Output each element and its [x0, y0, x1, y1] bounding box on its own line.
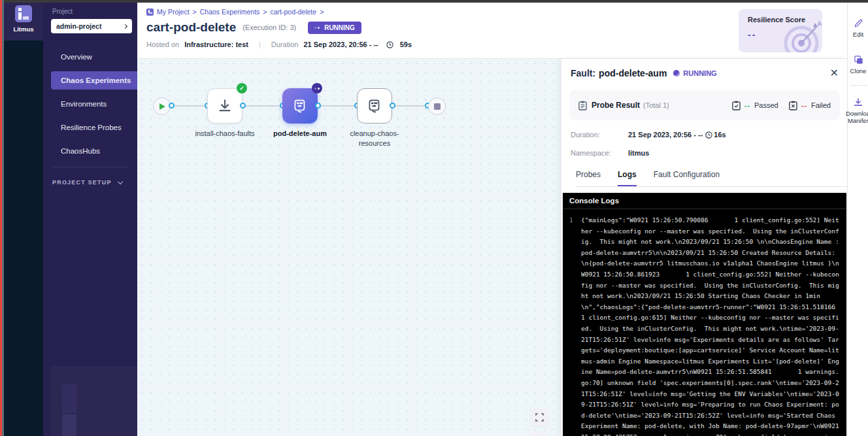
namespace-value: litmus	[628, 149, 649, 157]
fault-elapsed: 16s	[714, 131, 726, 139]
console-logs-panel[interactable]: Console Logs 1 {"mainLogs":"W0921 15:26:…	[563, 193, 846, 436]
console-log-line: fig nor --master was specified. Using th…	[581, 280, 841, 292]
close-icon[interactable]: ✕	[830, 68, 839, 78]
breadcrumb-my-project[interactable]: My Project	[157, 8, 190, 16]
node-label: cleanup-chaos-resources	[342, 129, 407, 148]
console-log-line: W0921 15:26:50.861923 1 client_config.go…	[581, 269, 841, 280]
download-icon	[853, 97, 863, 107]
rail-divider	[850, 85, 867, 86]
window-top-strip	[0, 0, 868, 3]
project-setup-toggle[interactable]: PROJECT SETUP	[52, 179, 137, 186]
canvas-control-button[interactable]	[531, 431, 548, 436]
duration-key: Duration:	[571, 131, 628, 139]
breadcrumb-cart-pod-delete[interactable]: cart-pod-delete	[271, 8, 317, 16]
sidebar: Project admin-project Overview Chaos Exp…	[43, 0, 137, 436]
running-spinner-icon	[312, 83, 322, 93]
chevron-down-icon	[117, 178, 122, 184]
console-log-line: go:70] unknown field 'spec.experiments[0…	[581, 378, 841, 389]
breadcrumb-separator: >	[320, 8, 324, 16]
breadcrumb-separator: >	[193, 8, 197, 16]
log-line-number: 1	[569, 215, 573, 226]
console-log-line: gets='deployment:boutique:[app=cartservi…	[581, 345, 841, 356]
sidebar-item-overview[interactable]: Overview	[43, 48, 137, 66]
fault-label: Fault:	[571, 68, 595, 78]
duration-label: Duration	[271, 41, 299, 48]
chaos-fault-icon	[366, 97, 383, 114]
sidebar-item-chaos-experiments[interactable]: Chaos Experiments	[51, 71, 137, 90]
breadcrumb-chaos-experiments[interactable]: Chaos Experiments	[200, 8, 260, 16]
resilience-score-card: Resilience Score --	[739, 9, 822, 52]
console-log-line: {"mainLogs":"W0921 15:26:50.790086 1 cli…	[581, 215, 841, 226]
sidebar-item-environments[interactable]: Environments	[43, 95, 137, 113]
fault-tabs: Probes Logs Fault Configuration	[576, 170, 848, 187]
fullscreen-icon	[535, 413, 544, 422]
duration-value: 21 Sep 2023, 20:56 - --	[303, 41, 378, 48]
tab-fault-configuration[interactable]: Fault Configuration	[654, 170, 720, 186]
copy-icon	[854, 55, 863, 65]
failed-count: --	[801, 101, 807, 109]
port	[169, 103, 175, 109]
start-node[interactable]	[153, 97, 171, 115]
project-label: Project	[52, 8, 137, 15]
stop-icon	[434, 103, 441, 110]
litmus-logo-icon	[15, 5, 32, 22]
edit-button[interactable]: Edit	[848, 18, 868, 38]
fullscreen-button[interactable]	[531, 409, 548, 426]
project-name: admin-project	[56, 22, 101, 30]
clipboard-icon	[578, 101, 587, 110]
hosted-on-label: Hosted on	[146, 41, 179, 48]
success-check-icon: ✓	[237, 83, 247, 93]
port	[315, 103, 321, 109]
clipboard-check-icon	[732, 101, 741, 110]
execution-id: (Execution ID: 3)	[242, 24, 296, 31]
sidebar-item-chaoshubs[interactable]: ChaosHubs	[43, 142, 137, 160]
clone-label: Clone	[848, 67, 868, 75]
logo-rail: Litmus	[4, 0, 43, 436]
tab-probes[interactable]: Probes	[576, 170, 601, 186]
node-pod-delete-aum[interactable]	[282, 88, 318, 124]
console-log-line: \n","chaosLogs":{"pod-delete-aumvtrr5-ru…	[581, 302, 841, 313]
sidebar-item-resilience-probes[interactable]: Resilience Probes	[43, 118, 137, 137]
page-header: My Project > Chaos Experiments > cart-po…	[137, 3, 868, 59]
console-log-line: ine Name=pod-delete-aumvtrr5\nW0921 15:2…	[581, 367, 841, 378]
play-icon	[159, 103, 165, 110]
litmus-logo[interactable]: Litmus	[4, 0, 43, 41]
node-install-chaos-faults[interactable]	[207, 88, 242, 124]
node-cleanup-chaos-resources[interactable]	[357, 88, 392, 124]
console-log-line: ig. This might not work.\n2023/09/21 15:…	[581, 237, 841, 248]
console-log-line: her --kubeconfig nor --master was specif…	[581, 226, 841, 237]
console-log-line: 21T15:26:51Z' level=info msg='Experiment…	[581, 335, 841, 346]
breadcrumb-separator: >	[263, 8, 267, 16]
infrastructure-value: Infrastructure: test	[184, 41, 248, 48]
port	[240, 103, 246, 109]
fault-details-drawer: Fault: pod-delete-aum RUNNING ✕ Probe Re…	[561, 59, 848, 436]
console-log-line: ht not work.\n2023/09/21 15:26:50 Starti…	[581, 291, 841, 302]
fault-name: pod-delete-aum	[599, 68, 667, 78]
chevron-right-icon	[123, 24, 127, 28]
console-log-line: 1T15:26:51Z' level=info msg='Getting the…	[581, 389, 841, 400]
node-label: install-chaos-faults	[192, 129, 258, 139]
passed-count: --	[744, 101, 750, 109]
console-log-line: pod-delete-aumvtrr5\n\n2023/09/21 15:26:…	[581, 248, 841, 259]
console-log-line: mus-admin Engine Namespace=litmus Experi…	[581, 356, 841, 367]
clone-button[interactable]: Clone	[848, 55, 868, 75]
fault-duration-value: 21 Sep 2023, 20:56 - --	[628, 131, 703, 139]
port	[390, 103, 395, 109]
passed-label: Passed	[754, 101, 778, 109]
download-manifest-label: Download Manifest	[843, 110, 868, 124]
console-logs-title: Console Logs	[563, 193, 846, 209]
clipboard-x-icon	[789, 101, 797, 110]
tab-logs[interactable]: Logs	[618, 170, 637, 186]
sidebar-decoration	[62, 384, 76, 413]
download-manifest-button[interactable]: Download Manifest	[848, 97, 868, 124]
pencil-icon	[854, 18, 863, 28]
page-title: cart-pod-delete	[146, 20, 236, 35]
sidebar-nav: Overview Chaos Experiments Environments …	[43, 48, 137, 160]
end-node[interactable]	[428, 97, 446, 115]
running-dot-icon	[673, 70, 680, 76]
download-icon	[216, 97, 233, 114]
console-log-line: 9-21T15:26:51Z' level=info msg='Preparin…	[581, 399, 841, 411]
console-log-line: ed. Using the inClusterConfig. This migh…	[581, 324, 841, 335]
project-selector[interactable]: admin-project	[51, 19, 132, 33]
litmus-mini-logo-icon	[146, 8, 154, 16]
